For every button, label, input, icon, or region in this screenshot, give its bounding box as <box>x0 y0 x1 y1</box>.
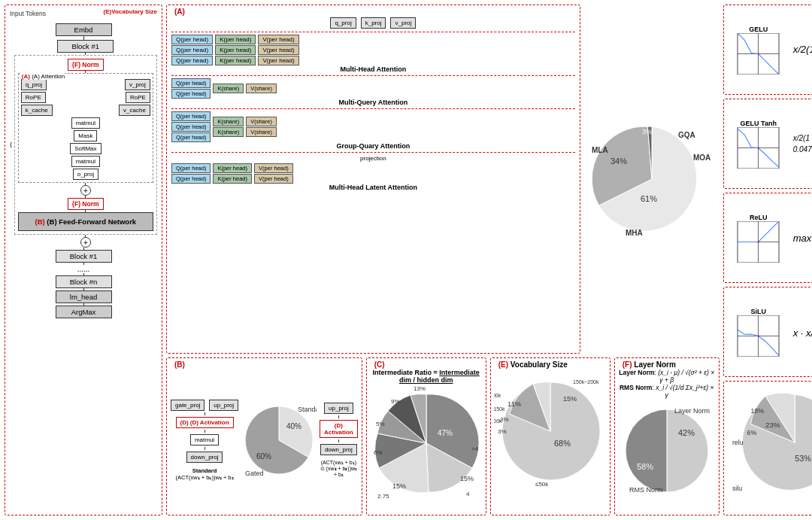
section-e-panel: (E) Vocabulary Size <box>490 357 611 515</box>
mla-ext-label: MLA <box>592 146 608 154</box>
b-content: gate_proj up_proj (D) (D) Activation mat… <box>171 369 358 511</box>
c-pie-container: 47% 15% 15% 6% 5% 9% 13% >4 4 2.75 3 0.5… <box>370 387 483 500</box>
gqa-pie-label: 34% <box>611 157 627 166</box>
c-15-1-label: 15% <box>460 475 474 482</box>
section-a-label: (A) <box>173 8 186 16</box>
section-e-label: (E) Vocabulary Size <box>497 360 569 369</box>
gelu-tanh-formula: x/2(1 + tanh(√(2/π)x + 0.04715x³)) <box>793 132 812 155</box>
mha-heads: Q(per head) Q(per head) Q(per head) K(pe… <box>171 35 299 65</box>
mha-label: Multi-Head Attention <box>171 65 575 73</box>
section-b-label: (B) <box>173 360 186 369</box>
v-head-2: V(per head) <box>258 45 298 55</box>
gated-activation-box: (D) Activation <box>320 420 358 438</box>
c-ext1: >4 <box>471 445 479 452</box>
block2-box: Block #1 <box>56 250 112 263</box>
attention-inner-label: (A) (A) Attention <box>22 73 65 80</box>
top-row: (A) q_proj k_proj v_proj Q(per head) <box>166 5 720 354</box>
gelu-tanh-panel: GELU Tanh x/2(1 + tanh(√(2/π)x + 0.04715… <box>723 99 812 189</box>
page-container: Input Tokens (E)Vocabulary Size Embd { B… <box>0 0 812 520</box>
v-cache-box: v_cache <box>119 105 150 116</box>
b-diagram: gate_proj up_proj (D) (D) Activation mat… <box>171 400 238 481</box>
e-seg1 <box>502 382 600 480</box>
b-section-label: (B) <box>174 360 185 369</box>
activation-pie-container: 53% 23% 18% 6% gelu_tanh gelu silu relu <box>729 386 812 499</box>
silu-graph <box>730 315 786 357</box>
mqa-section: Q(per head) Q(per head) K(share) V(share… <box>171 75 575 106</box>
mla-heads: Q(per head) Q(per head) K(per head) K(pe… <box>171 163 575 184</box>
mla-q1: Q(per head) <box>171 163 211 173</box>
relu-6: 6% <box>747 429 756 436</box>
dots: ...... <box>77 265 90 273</box>
section-a-panel: (A) q_proj k_proj v_proj Q(per head) <box>166 5 580 354</box>
gated-formula-text: (ACT(xw₁ + b₁) ⊙ (xw₃ + b₃))w₂ + b₂ <box>320 460 358 478</box>
mla-k2: K(per head) <box>213 174 252 184</box>
e-pie: 68% 15% 11% 3% 3% ≤50k 150k~200k >200k 1… <box>494 375 607 488</box>
middle-column: (A) q_proj k_proj v_proj Q(per head) <box>166 5 720 515</box>
relu-graph-container: ReLU <box>729 214 789 263</box>
lm-head-box: lm_head <box>56 290 112 303</box>
left-architecture-panel: Input Tokens (E)Vocabulary Size Embd { B… <box>5 5 162 515</box>
c-ext5: 0.5~4 <box>411 387 427 388</box>
c-title-text: Intermediate Ratio <box>373 369 432 376</box>
silu-panel: SiLU x · x/(1+e-x) <box>723 287 812 377</box>
mla-k-stack: K(per head) K(per head) <box>213 163 252 184</box>
relu-formula: max(0, x) <box>793 233 812 244</box>
gqa-q1: Q(per head) <box>171 111 211 121</box>
gelu-formula-text: x/2(1 + erf(x/√2)) <box>793 44 812 55</box>
mha-pie-label: 61% <box>641 194 657 203</box>
gqa-k-group: K(share) K(share) <box>213 111 244 142</box>
architecture-flow: Embd { Block #1 (F) Norm <box>10 20 157 520</box>
gated-diagram: up_proj (D) Activation down_proj (ACT(xw… <box>320 403 358 478</box>
mqa-v-share: V(share) <box>246 84 277 93</box>
b-pie-container: 40% 60% Standard Gated <box>241 403 317 478</box>
mla-v-stack: V(per head) V(per head) <box>254 163 293 184</box>
c-47-label: 47% <box>438 429 453 437</box>
mqa-v-single: V(share) <box>246 78 277 99</box>
norm-box-bottom: (F) Norm <box>68 198 103 210</box>
mha-row: Q(per head) Q(per head) Q(per head) K(pe… <box>171 35 575 65</box>
section-b-panel: (B) gate_proj up_proj (D) (D) Activation <box>166 357 362 515</box>
relu-panel: ReLU max(0, x) <box>723 193 812 283</box>
standard-formula: Standard (ACT(xw₁ + b₁))w₂ + b₂ <box>176 467 234 481</box>
q-head-2: Q(per head) <box>171 45 213 55</box>
gqa-v-group: V(share) V(share) <box>246 111 277 142</box>
mask-row: Mask <box>21 130 150 141</box>
gelu-title: GELU <box>749 26 768 33</box>
c-5-label: 5% <box>376 421 385 427</box>
f-rms-segment <box>626 409 667 492</box>
standard-pie-label: Standard <box>298 406 317 413</box>
q-stack: Q(per head) Q(per head) Q(per head) <box>171 35 213 65</box>
o-proj-box: o_proj <box>73 169 98 180</box>
q-head-1: Q(per head) <box>171 35 213 44</box>
e-title: Vocabulary Size <box>511 360 568 369</box>
mla-label: Multi-Head Latent Attention <box>171 184 575 191</box>
rope-left: RoPE <box>21 92 46 103</box>
v-proj-box: v_proj <box>125 79 150 90</box>
k-stack: K(per head) K(per head) K(per head) <box>215 35 256 65</box>
k-head-3: K(per head) <box>215 56 256 65</box>
gelu-23: 23% <box>765 421 780 429</box>
activation-box: (D) (D) Activation <box>176 417 234 428</box>
f-layer-ext: Layer Norm <box>674 407 710 415</box>
gqa-q3: Q(per head) <box>171 132 211 142</box>
section-c-label: (C) <box>373 360 386 369</box>
k-head-1: K(per head) <box>215 35 256 44</box>
e-ext2: 50k~100k <box>494 418 502 424</box>
vocab-size-label: (E)Vocabulary Size <box>104 8 157 15</box>
e-ext5: 150k~200k <box>573 379 599 385</box>
bottom-row: (B) gate_proj up_proj (D) (D) Activation <box>166 357 720 515</box>
brace-left: { <box>10 141 12 147</box>
proj-boxes-row: q_proj k_proj v_proj <box>171 17 575 29</box>
gelu-tanh-graph-container: GELU Tanh <box>729 120 789 169</box>
e-3-2-label: 3% <box>498 428 507 435</box>
matmul-row: matmul <box>21 117 150 129</box>
plus-circle: + <box>80 185 91 196</box>
gelu-tanh-title: GELU Tanh <box>741 120 777 127</box>
matmul-box: matmul <box>71 117 100 129</box>
section-f-label: (F) Layer Norm <box>621 360 677 369</box>
silu-formula: x · x/(1+e-x) <box>793 325 812 339</box>
mha-section: Q(per head) Q(per head) Q(per head) K(pe… <box>171 32 575 73</box>
c-ext2: 4 <box>466 491 470 497</box>
activation-pie: 53% 23% 18% 6% gelu_tanh gelu silu relu <box>729 386 812 499</box>
silu-title: SiLU <box>750 308 766 315</box>
